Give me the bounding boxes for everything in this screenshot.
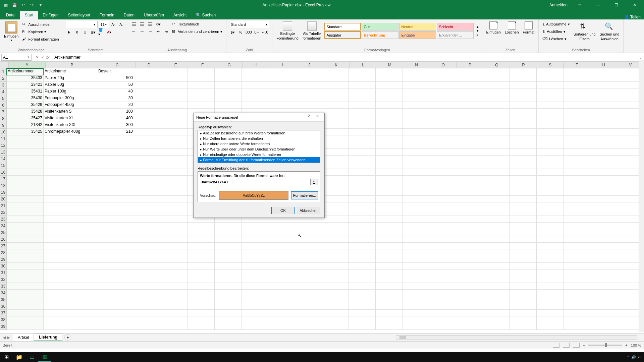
cell[interactable] — [402, 115, 429, 122]
cell[interactable] — [402, 202, 429, 209]
cell[interactable] — [429, 216, 456, 223]
cell[interactable] — [590, 109, 617, 115]
cell[interactable] — [590, 263, 617, 269]
cell[interactable] — [376, 269, 402, 276]
cell[interactable] — [376, 202, 402, 209]
cell[interactable] — [161, 176, 188, 182]
row-header[interactable]: 25 — [0, 229, 7, 236]
cell[interactable] — [376, 216, 402, 223]
sheet-tab-lieferung[interactable]: Lieferung — [34, 334, 62, 341]
cell[interactable] — [590, 283, 617, 290]
cell[interactable] — [349, 189, 376, 196]
sheet-tab-artikel[interactable]: Artikel — [13, 334, 34, 341]
cell[interactable] — [564, 162, 590, 169]
cell[interactable] — [322, 102, 349, 109]
cell[interactable] — [349, 95, 376, 102]
autosum-button[interactable]: Σ AutoSumme ▾ — [541, 21, 571, 27]
cell[interactable]: 35431 — [7, 88, 44, 95]
row-header[interactable]: 17 — [0, 176, 7, 182]
cell[interactable] — [590, 169, 617, 176]
zoom-slider[interactable] — [588, 345, 622, 346]
fx-icon[interactable]: fx — [46, 55, 49, 60]
cell[interactable] — [322, 82, 349, 88]
cell[interactable] — [188, 82, 215, 88]
col-header[interactable]: O — [430, 62, 457, 68]
cell[interactable] — [7, 283, 44, 290]
cell[interactable] — [590, 310, 617, 316]
cell[interactable] — [590, 256, 617, 263]
cell[interactable] — [322, 196, 349, 202]
cell[interactable] — [322, 209, 349, 216]
cell[interactable] — [349, 196, 376, 202]
cell[interactable]: 40 — [97, 88, 134, 95]
cell[interactable] — [537, 243, 564, 249]
cell[interactable] — [456, 176, 483, 182]
cell[interactable] — [456, 115, 483, 122]
bold-button[interactable]: F — [66, 29, 72, 36]
cell[interactable] — [483, 68, 510, 75]
rule-type-option[interactable]: Nur Werte über oder unter dem Durchschni… — [198, 146, 320, 152]
cell[interactable] — [241, 229, 268, 236]
cell[interactable] — [295, 223, 322, 229]
cell[interactable] — [97, 263, 134, 269]
cell[interactable] — [322, 156, 349, 162]
col-header[interactable]: L — [350, 62, 377, 68]
cell[interactable] — [161, 323, 188, 330]
cell[interactable] — [97, 169, 134, 176]
cell[interactable] — [322, 162, 349, 169]
cell[interactable] — [215, 276, 241, 283]
cell[interactable] — [349, 256, 376, 263]
row-header[interactable]: 13 — [0, 149, 7, 156]
orientation-button[interactable]: ⟲▾ — [155, 21, 162, 27]
row-header[interactable]: 19 — [0, 189, 7, 196]
indent-right-button[interactable]: ⇥ — [163, 28, 170, 35]
align-top-button[interactable] — [131, 21, 138, 27]
cell[interactable] — [134, 303, 161, 310]
cell[interactable] — [429, 129, 456, 135]
cell[interactable] — [97, 202, 134, 209]
cell[interactable] — [456, 169, 483, 176]
cell[interactable] — [215, 229, 241, 236]
cell[interactable] — [268, 82, 295, 88]
cell[interactable] — [456, 202, 483, 209]
cell[interactable] — [510, 162, 537, 169]
cell[interactable] — [322, 290, 349, 296]
style-berechnung[interactable]: Berechnung — [362, 31, 398, 39]
cell[interactable] — [456, 162, 483, 169]
cell[interactable] — [44, 176, 97, 182]
cell[interactable] — [322, 243, 349, 249]
cell[interactable] — [161, 229, 188, 236]
cell[interactable] — [564, 75, 590, 82]
cell[interactable] — [268, 296, 295, 303]
cell[interactable] — [483, 249, 510, 256]
cell[interactable] — [376, 263, 402, 269]
cell[interactable]: 300 — [97, 122, 134, 129]
cell[interactable] — [44, 202, 97, 209]
row-header[interactable]: 9 — [0, 122, 7, 129]
cell[interactable] — [241, 243, 268, 249]
percent-button[interactable]: % — [237, 29, 244, 36]
cell[interactable] — [322, 263, 349, 269]
cell[interactable] — [134, 135, 161, 142]
cell[interactable] — [241, 249, 268, 256]
cell[interactable] — [564, 209, 590, 216]
cell[interactable] — [456, 303, 483, 310]
cell[interactable] — [134, 323, 161, 330]
col-header[interactable]: P — [457, 62, 484, 68]
cell[interactable] — [322, 176, 349, 182]
row-header[interactable]: 10 — [0, 129, 7, 135]
cell[interactable] — [537, 316, 564, 323]
cell[interactable] — [134, 142, 161, 149]
cell[interactable] — [268, 102, 295, 109]
cell[interactable] — [564, 149, 590, 156]
cell[interactable] — [215, 290, 241, 296]
cell[interactable]: 35433 — [7, 75, 44, 82]
cell[interactable] — [483, 290, 510, 296]
cell[interactable] — [134, 149, 161, 156]
cell[interactable] — [537, 216, 564, 223]
cell[interactable] — [376, 176, 402, 182]
cell[interactable] — [456, 142, 483, 149]
cell[interactable]: Chromepapier 400g — [44, 129, 97, 135]
cell[interactable] — [564, 296, 590, 303]
cell[interactable] — [134, 223, 161, 229]
